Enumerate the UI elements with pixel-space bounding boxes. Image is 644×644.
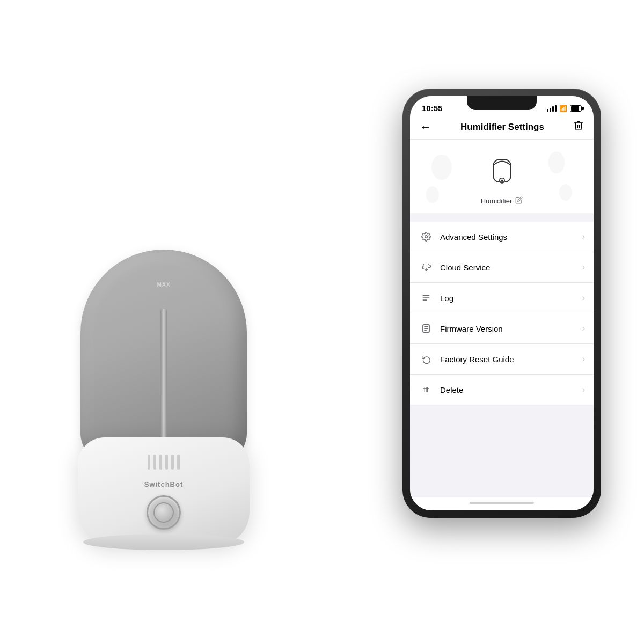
humidifier-max-label: MAX	[157, 282, 170, 288]
cloud-service-label: Cloud Service	[440, 263, 582, 272]
delete-item-icon	[419, 382, 434, 397]
firmware-version-icon	[419, 321, 434, 336]
battery-fill	[571, 106, 579, 111]
delete-item-label: Delete	[440, 385, 582, 394]
humidifier-base: SwitchBot	[78, 437, 250, 545]
wifi-icon: 📶	[559, 105, 567, 112]
nav-bar: ← Humidifier Settings	[410, 116, 594, 140]
settings-item-factory-reset-guide[interactable]: Factory Reset Guide ›	[410, 344, 594, 375]
svg-point-0	[431, 154, 452, 180]
settings-item-advanced-settings[interactable]: Advanced Settings ›	[410, 222, 594, 252]
vent-4	[165, 455, 168, 470]
settings-item-log[interactable]: Log ›	[410, 283, 594, 313]
cloud-service-chevron: ›	[582, 262, 585, 272]
humidifier-dome: MAX	[80, 250, 247, 464]
svg-point-3	[559, 184, 572, 201]
factory-reset-guide-icon	[419, 352, 434, 367]
settings-item-delete[interactable]: Delete ›	[410, 375, 594, 405]
firmware-version-chevron: ›	[582, 324, 585, 333]
cloud-service-icon	[419, 260, 434, 275]
log-icon	[419, 290, 434, 305]
factory-reset-guide-label: Factory Reset Guide	[440, 355, 582, 364]
status-icons: 📶	[547, 105, 582, 112]
delete-icon[interactable]	[573, 120, 584, 134]
vent-1	[148, 455, 150, 470]
humidifier-base-bottom	[83, 534, 244, 550]
humidifier-product: MAX SwitchBot	[59, 223, 268, 545]
hero-decoration	[410, 140, 594, 213]
advanced-settings-icon	[419, 229, 434, 244]
vent-2	[153, 455, 156, 470]
advanced-settings-label: Advanced Settings	[440, 232, 582, 241]
svg-point-2	[426, 186, 439, 203]
humidifier-power-button	[147, 495, 181, 530]
screen-title: Humidifier Settings	[460, 122, 544, 133]
firmware-version-label: Firmware Version	[440, 324, 582, 333]
humidifier-button-inner	[153, 502, 174, 523]
delete-item-chevron: ›	[582, 385, 585, 394]
settings-list: Advanced Settings › Cloud Service	[410, 213, 594, 497]
humidifier-stem	[160, 309, 167, 448]
svg-point-1	[548, 151, 565, 173]
phone-notch	[467, 96, 537, 110]
advanced-settings-chevron: ›	[582, 232, 585, 241]
humidifier-vents	[148, 455, 180, 470]
scene: MAX SwitchBot	[27, 67, 617, 577]
status-time: 10:55	[422, 104, 442, 113]
settings-item-cloud-service[interactable]: Cloud Service ›	[410, 252, 594, 283]
phone-outer: 10:55 📶	[402, 89, 601, 518]
signal-bar-1	[547, 109, 548, 112]
settings-item-firmware-version[interactable]: Firmware Version ›	[410, 313, 594, 344]
phone: 10:55 📶	[402, 89, 601, 518]
humidifier-brand-label: SwitchBot	[144, 480, 184, 488]
phone-screen: 10:55 📶	[410, 96, 594, 510]
vent-6	[177, 455, 180, 470]
vent-5	[171, 455, 174, 470]
vent-3	[159, 455, 162, 470]
home-indicator	[410, 497, 594, 510]
factory-reset-guide-chevron: ›	[582, 354, 585, 364]
signal-bar-3	[552, 106, 554, 112]
signal-bars-icon	[547, 105, 557, 112]
device-hero: Humidifier	[410, 140, 594, 213]
home-bar	[470, 502, 534, 504]
log-label: Log	[440, 294, 582, 303]
back-button[interactable]: ←	[420, 121, 431, 133]
signal-bar-2	[550, 108, 551, 112]
log-chevron: ›	[582, 293, 585, 303]
settings-section: Advanced Settings › Cloud Service	[410, 222, 594, 405]
svg-point-7	[425, 236, 428, 238]
battery-icon	[570, 105, 582, 112]
signal-bar-4	[555, 105, 557, 112]
